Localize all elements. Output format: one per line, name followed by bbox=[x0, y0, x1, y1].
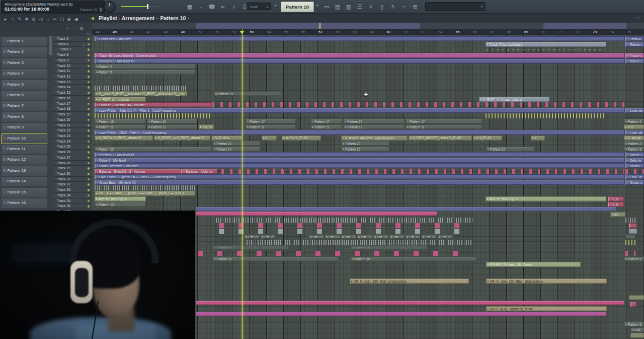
track-row-track-28[interactable]: Track 28 bbox=[53, 161, 92, 166]
sidebar-item-pattern-13[interactable]: ☰Pattern 13 bbox=[1, 166, 47, 176]
track-row-track-6[interactable]: Track 6▲ bbox=[53, 42, 92, 47]
sidebar-item-pattern-5[interactable]: ☰Pattern 5 bbox=[1, 80, 47, 90]
playlist-clip[interactable]: × × × × × × × × × × × × × × × × × × × × … bbox=[486, 47, 606, 52]
playlist-clip[interactable] bbox=[625, 240, 636, 245]
overdub-icon[interactable]: ∞ bbox=[217, 0, 228, 13]
track-row-track-8[interactable]: Track 8 bbox=[53, 52, 92, 58]
track-led[interactable] bbox=[88, 70, 90, 73]
playlist-clip[interactable]: ≈Reeve..vel bbox=[625, 152, 644, 157]
track-led[interactable] bbox=[88, 167, 90, 170]
pattern-selector[interactable]: Pattern 10 bbox=[281, 2, 314, 12]
track-led[interactable] bbox=[88, 54, 90, 56]
sidebar-item-pattern-8[interactable]: ☰Pattern 8 bbox=[1, 112, 47, 122]
track-row-track-15[interactable]: Track 15 bbox=[53, 90, 92, 96]
playlist-clip[interactable]: ≡Pattern 17 bbox=[343, 119, 405, 124]
playlist-clip[interactable]: ≡Pattern 20 bbox=[212, 141, 261, 146]
track-row-track-27[interactable]: Track 27 bbox=[53, 155, 92, 161]
track-led[interactable] bbox=[88, 97, 90, 100]
playlist-clip[interactable]: ≈Reeverb 2 - Mix level #5 bbox=[95, 152, 624, 157]
track-led[interactable] bbox=[88, 162, 90, 165]
track-led[interactable] bbox=[88, 48, 90, 51]
track-led[interactable] bbox=[88, 124, 90, 127]
track-led[interactable] bbox=[88, 65, 90, 67]
playlist-clip[interactable]: ≈Track 4..pi bbox=[625, 53, 644, 58]
playlist-clip[interactable]: ≈Balance -..Volume bbox=[181, 169, 217, 174]
touch-icon[interactable]: ☞ bbox=[398, 0, 410, 13]
track-led[interactable] bbox=[88, 151, 90, 154]
snap-selector[interactable]: Line ▸ bbox=[247, 3, 271, 10]
sidebar-item-pattern-10[interactable]: ☰Pattern 10 bbox=[1, 133, 47, 144]
playlist-clip[interactable]: ≡Pattern 30 bbox=[351, 256, 476, 261]
playlist-clip[interactable]: ≡Pattern 17 bbox=[246, 119, 296, 124]
track-led[interactable] bbox=[88, 43, 90, 46]
playlist-clip[interactable]: ≈Track 46 (consolidated) - Channel pitch bbox=[95, 53, 624, 58]
playlist-clip[interactable] bbox=[196, 207, 616, 211]
track-row-track-31[interactable]: Track 31 bbox=[53, 177, 92, 182]
playlist-clip[interactable]: ≡Pattern 3 bbox=[624, 322, 644, 327]
track-row-track-32[interactable]: Track 32 bbox=[53, 182, 92, 187]
track-row-track-23[interactable]: Track 23 bbox=[53, 133, 92, 139]
playlist-clip[interactable]: ▸V_RIOT_MOSTP_.ash ▸ V_R..#3 bbox=[409, 135, 472, 141]
playlist-clip[interactable] bbox=[629, 223, 637, 228]
track-led[interactable] bbox=[88, 113, 90, 116]
sidebar-item-pattern-15[interactable]: ☰Pattern 15 bbox=[1, 187, 47, 198]
playlist-clip[interactable]: ×Pattern 15 bbox=[351, 245, 427, 250]
playlist-clip[interactable]: ≈Love..uer bbox=[625, 174, 644, 179]
playlist-clip[interactable]: ▸▸ V_R..#3 bbox=[473, 135, 502, 141]
playlist-clip[interactable]: ≡Pattern 17 bbox=[310, 119, 342, 124]
sidebar-item-pattern-12[interactable]: ☰Pattern 12 bbox=[1, 155, 47, 165]
channel-rack-panel-icon[interactable]: ▥ bbox=[343, 0, 354, 13]
track-led[interactable] bbox=[88, 157, 90, 159]
playlist-clip[interactable]: ≈Love Philter - GMS - Filter 1 - Cutoff … bbox=[95, 130, 624, 135]
track-row-track-18[interactable]: Track 18 bbox=[53, 106, 92, 112]
playlist-clip[interactable] bbox=[196, 312, 606, 316]
playlist-clip[interactable]: ▸V_ROOF_ ▸ V_RIOT_.atown #2 bbox=[154, 135, 210, 141]
track-led[interactable] bbox=[88, 81, 90, 84]
playlist-clip[interactable]: ×Pattern 15 bbox=[212, 245, 289, 250]
playlist-clip[interactable] bbox=[212, 102, 624, 107]
track-row-track-5[interactable]: Track 5 bbox=[53, 36, 92, 42]
playlist-clip[interactable]: ▸Au5_fx_siren_up_F bbox=[486, 196, 606, 201]
playlist-clip[interactable] bbox=[198, 251, 472, 256]
playlist-clip[interactable]: ≈Gross Beat - Mix level #2 bbox=[95, 180, 624, 185]
track-row-track-9[interactable]: Track 9 bbox=[53, 58, 92, 63]
master-pitch-slider[interactable] bbox=[121, 4, 158, 9]
playlist-clip[interactable] bbox=[214, 218, 473, 223]
playlist-clip[interactable]: ≡Pat. 21 bbox=[421, 234, 437, 239]
playlist-clip[interactable]: ≡Pat. 21 bbox=[437, 234, 453, 239]
wave-icon[interactable]: ≈ bbox=[71, 23, 78, 34]
song-info-panel[interactable]: Atmosphere (SletterMind Remix) ver3.flp … bbox=[1, 1, 105, 13]
playlist-clip[interactable] bbox=[630, 333, 644, 338]
playlist-clip[interactable]: ▸KSHMR_Exhaust_08_Crowd bbox=[486, 262, 581, 267]
playlist-clip[interactable]: ≡Pattern 19 bbox=[214, 91, 281, 96]
playlist-clip[interactable]: ▸▸ bbox=[531, 135, 545, 141]
playlist-clip[interactable]: ≈V..0 bbox=[608, 196, 624, 201]
playlist-clip[interactable]: ▸V_RIOT_fx_t_shatter bbox=[95, 97, 146, 102]
playlist-clip[interactable]: ≡Pat. 21 bbox=[308, 234, 324, 239]
track-led[interactable] bbox=[88, 173, 90, 175]
wait-input-icon[interactable]: ☎ bbox=[206, 0, 217, 13]
sidebar-item-pattern-2[interactable]: ☰Pattern 2 bbox=[1, 47, 47, 57]
playlist-clip[interactable]: ≡Pattern 11 bbox=[343, 124, 405, 129]
playlist-clip[interactable]: ▸Track 46 (consolidated) bbox=[486, 42, 606, 47]
speaker-icon[interactable]: ◀ bbox=[91, 14, 94, 23]
breadcrumb-current[interactable]: Pattern 10 bbox=[160, 14, 186, 23]
playlist-clip[interactable]: ≡Pat. 21 bbox=[325, 234, 340, 239]
track-row-track-35[interactable]: Track 35 bbox=[53, 198, 92, 204]
playlist-clip[interactable]: ▸▸ bbox=[262, 135, 277, 141]
playlist-clip[interactable]: ≡Pat. 21 bbox=[244, 234, 260, 239]
playlist-clip[interactable]: ≡Pattern 11 bbox=[246, 124, 296, 129]
playlist-clip[interactable]: ▸VR_fx_riser_150_8bar_stratosphere bbox=[486, 279, 607, 284]
playlist-clip[interactable] bbox=[221, 169, 624, 174]
plugin-icon[interactable]: ϟ bbox=[387, 0, 398, 13]
playlist-clip[interactable]: ≈Track 4..b bbox=[625, 36, 644, 41]
track-led[interactable] bbox=[88, 119, 90, 121]
playlist-clip[interactable]: ≡Pattern 2 bbox=[95, 64, 195, 69]
playlist-clip[interactable]: ≡Pattern 10 bbox=[95, 119, 146, 124]
piano-roll-panel-icon[interactable]: ▤ bbox=[332, 0, 343, 13]
track-row-track-10[interactable]: Track 10 bbox=[53, 63, 92, 69]
sidebar-item-pattern-16[interactable]: ☰Pattern 16 bbox=[1, 198, 47, 209]
playhead[interactable] bbox=[242, 35, 243, 339]
track-row-track-7[interactable]: Track 7 bbox=[53, 47, 92, 52]
playlist-clip[interactable]: ≡Pattern 2 bbox=[624, 141, 644, 146]
